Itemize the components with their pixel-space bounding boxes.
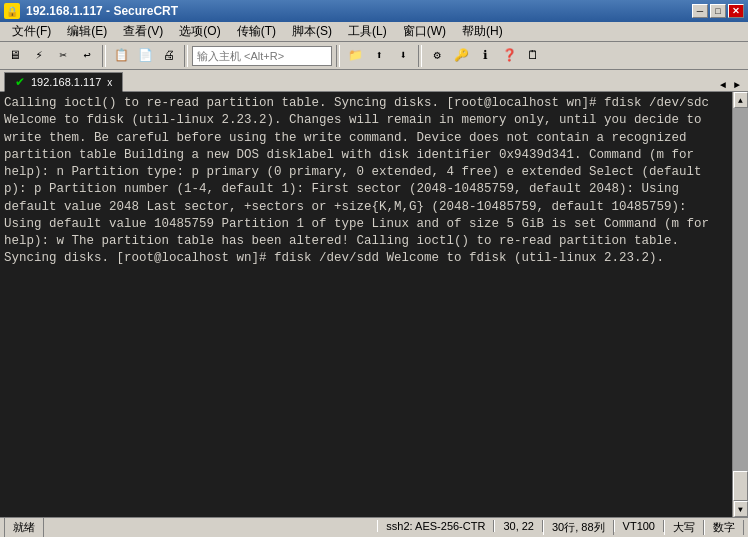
tb-disconnect-button[interactable]: ✂ bbox=[52, 45, 74, 67]
tab-active-icon: ✔ bbox=[15, 75, 25, 89]
scrollbar-track[interactable] bbox=[733, 108, 748, 501]
toolbar-separator-2 bbox=[184, 45, 188, 67]
status-terminal: VT100 bbox=[614, 520, 664, 532]
terminal[interactable]: Calling ioctl() to re-read partition tab… bbox=[0, 92, 732, 517]
host-input[interactable] bbox=[192, 46, 332, 66]
tab-session[interactable]: ✔ 192.168.1.117 x bbox=[4, 72, 123, 92]
menu-options[interactable]: 选项(O) bbox=[171, 21, 228, 42]
window-title: 192.168.1.117 - SecureCRT bbox=[26, 4, 178, 18]
tb-help-button[interactable]: ❓ bbox=[498, 45, 520, 67]
terminal-scrollbar[interactable]: ▲ ▼ bbox=[732, 92, 748, 517]
menu-help[interactable]: 帮助(H) bbox=[454, 21, 511, 42]
toolbar-separator-3 bbox=[336, 45, 340, 67]
scrollbar-up-button[interactable]: ▲ bbox=[734, 92, 748, 108]
menu-bar: 文件(F) 编辑(E) 查看(V) 选项(O) 传输(T) 脚本(S) 工具(L… bbox=[0, 22, 748, 42]
toolbar: 🖥 ⚡ ✂ ↩ 📋 📄 🖨 📁 ⬆ ⬇ ⚙ 🔑 ℹ ❓ 🗒 bbox=[0, 42, 748, 70]
status-caps: 大写 bbox=[664, 520, 704, 535]
tab-bar: ✔ 192.168.1.117 x ◄ ► bbox=[0, 70, 748, 92]
terminal-wrapper: Calling ioctl() to re-read partition tab… bbox=[0, 92, 748, 517]
tb-connect-button[interactable]: ⚡ bbox=[28, 45, 50, 67]
tb-sftp-button[interactable]: 📁 bbox=[344, 45, 366, 67]
tb-key-button[interactable]: 🔑 bbox=[450, 45, 472, 67]
menu-script[interactable]: 脚本(S) bbox=[284, 21, 340, 42]
status-right: ssh2: AES-256-CTR 30, 22 30行, 88列 VT100 … bbox=[377, 520, 744, 535]
close-button[interactable]: ✕ bbox=[728, 4, 744, 18]
status-encryption: ssh2: AES-256-CTR bbox=[377, 520, 494, 532]
menu-edit[interactable]: 编辑(E) bbox=[59, 21, 115, 42]
app-icon: 🔒 bbox=[4, 3, 20, 19]
tab-label: 192.168.1.117 bbox=[31, 76, 101, 88]
menu-view[interactable]: 查看(V) bbox=[115, 21, 171, 42]
tb-download-button[interactable]: ⬇ bbox=[392, 45, 414, 67]
status-cursor: 30, 22 bbox=[494, 520, 543, 532]
title-bar: 🔒 192.168.1.117 - SecureCRT ─ □ ✕ bbox=[0, 0, 748, 22]
tb-reconnect-button[interactable]: ↩ bbox=[76, 45, 98, 67]
menu-window[interactable]: 窗口(W) bbox=[395, 21, 454, 42]
tb-new-button[interactable]: 🖥 bbox=[4, 45, 26, 67]
scrollbar-down-button[interactable]: ▼ bbox=[734, 501, 748, 517]
tab-nav-left[interactable]: ◄ bbox=[716, 80, 730, 91]
status-connection: 就绪 bbox=[4, 518, 44, 537]
tb-copy-button[interactable]: 📋 bbox=[110, 45, 132, 67]
menu-transfer[interactable]: 传输(T) bbox=[229, 21, 284, 42]
status-bar: 就绪 ssh2: AES-256-CTR 30, 22 30行, 88列 VT1… bbox=[0, 517, 748, 537]
status-num: 数字 bbox=[704, 520, 744, 535]
tb-settings-button[interactable]: ⚙ bbox=[426, 45, 448, 67]
status-position: 30行, 88列 bbox=[543, 520, 614, 535]
tb-print-button[interactable]: 🖨 bbox=[158, 45, 180, 67]
minimize-button[interactable]: ─ bbox=[692, 4, 708, 18]
scrollbar-thumb[interactable] bbox=[733, 471, 748, 501]
tb-paste-button[interactable]: 📄 bbox=[134, 45, 156, 67]
tb-upload-button[interactable]: ⬆ bbox=[368, 45, 390, 67]
tab-close-button[interactable]: x bbox=[107, 77, 112, 88]
tab-nav-right[interactable]: ► bbox=[730, 80, 744, 91]
tb-info-button[interactable]: ℹ bbox=[474, 45, 496, 67]
toolbar-separator-4 bbox=[418, 45, 422, 67]
menu-file[interactable]: 文件(F) bbox=[4, 21, 59, 42]
tab-navigation: ◄ ► bbox=[716, 80, 748, 91]
maximize-button[interactable]: □ bbox=[710, 4, 726, 18]
toolbar-separator-1 bbox=[102, 45, 106, 67]
tb-extra-button[interactable]: 🗒 bbox=[522, 45, 544, 67]
menu-tools[interactable]: 工具(L) bbox=[340, 21, 395, 42]
